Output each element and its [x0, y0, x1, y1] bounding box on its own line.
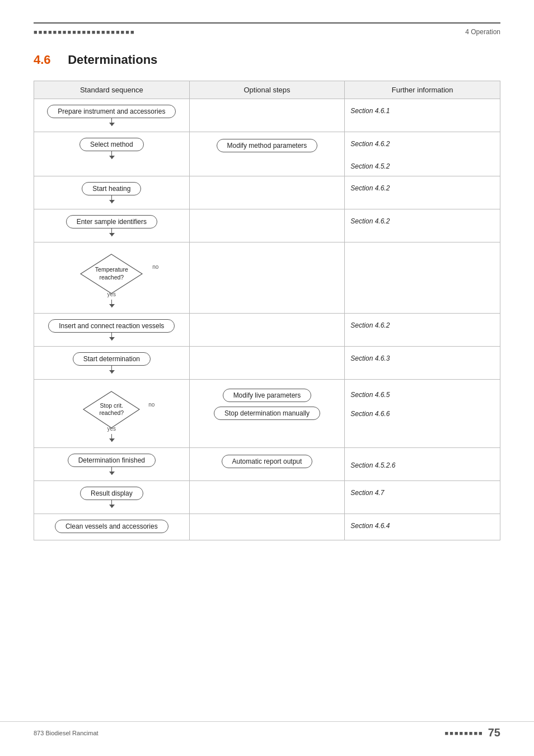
opt-cell-heating [189, 176, 345, 209]
opt-cell-result [189, 481, 345, 514]
info-cell-detfinished: Section 4.5.2.6 [345, 448, 500, 481]
opt-cell-clean [189, 514, 345, 540]
table-row: Enter sample identifiers Section 4.6.2 [34, 209, 500, 242]
std-cell-sample: Enter sample identifiers [34, 209, 190, 242]
std-cell-result: Result display [34, 481, 190, 514]
info-prepare: Section 4.6.1 [350, 105, 494, 115]
page: ■■■■■■■■■■■■■■■■■■■■■ 4 Operation 4.6 De… [0, 0, 534, 756]
flow-table: Standard sequence Optional steps Further… [34, 81, 500, 540]
info-modify-live: Section 4.6.5 [350, 389, 494, 399]
opt-cell-sample [189, 209, 345, 242]
no-label-temp: no [152, 264, 158, 270]
step-insert-vessels: Insert and connect reaction vessels [48, 319, 175, 333]
info-result: Section 4.7 [350, 487, 494, 497]
info-cell-result: Section 4.7 [345, 481, 500, 514]
table-row: Temperaturereached? no yes [34, 242, 500, 314]
footer-page: 75 [488, 726, 500, 739]
opt-cell-stopcrit: Modify live parameters Stop determinatio… [189, 380, 345, 448]
step-modify-live: Modify live parameters [223, 389, 312, 402]
table-row: Insert and connect reaction vessels Sect… [34, 314, 500, 347]
footer: 873 Biodiesel Rancimat ■■■■■■■■ 75 [0, 721, 534, 739]
title-text: Determinations [68, 53, 157, 67]
info-cell-startdet: Section 4.6.3 [345, 347, 500, 380]
yes-label-temp: yes [107, 291, 116, 297]
step-enter-sample: Enter sample identifiers [66, 215, 157, 228]
section-number: 4.6 [34, 53, 51, 67]
arrow-stopcrit [111, 434, 112, 442]
opt-cell-prepare [189, 99, 345, 132]
arrow-heating [111, 195, 112, 203]
no-label-stopcrit: no [148, 402, 154, 408]
info-insert: Section 4.6.2 [350, 319, 494, 329]
footer-right: ■■■■■■■■ 75 [445, 726, 500, 739]
arrow-detfinished [111, 467, 112, 475]
step-determination-finished: Determination finished [68, 454, 156, 467]
header-section: 4 Operation [465, 28, 500, 36]
arrow-temp [111, 300, 112, 307]
footer-product: 873 Biodiesel Rancimat [34, 730, 99, 736]
std-cell-insert: Insert and connect reaction vessels [34, 314, 190, 347]
col-header-info: Further information [345, 81, 500, 99]
std-cell-startdet: Start determination [34, 347, 190, 380]
info-cell-stopcrit: Section 4.6.5 Section 4.6.6 [345, 380, 500, 448]
info-select: Section 4.6.2 [350, 138, 494, 148]
opt-cell-modify-method: Modify method parameters [189, 132, 345, 176]
step-auto-report: Automatic report output [222, 455, 313, 468]
info-cell-clean: Section 4.6.4 [345, 514, 500, 540]
table-row: Determination finished Automatic report … [34, 448, 500, 481]
col-header-optional: Optional steps [189, 81, 345, 99]
table-row: Select method Modify method parameters S… [34, 132, 500, 176]
info-cell-prepare: Section 4.6.1 [345, 99, 500, 132]
table-row: Start heating Section 4.6.2 [34, 176, 500, 209]
arrow-insert [111, 333, 112, 340]
step-result-display: Result display [80, 487, 143, 500]
info-stop-manually: Section 4.6.6 [350, 408, 494, 418]
info-cell-sample: Section 4.6.2 [345, 209, 500, 242]
arrow-startdet [111, 366, 112, 374]
info-cell-select: Section 4.6.2 Section 4.5.2 [345, 132, 500, 176]
info-startdet: Section 4.6.3 [350, 352, 494, 362]
std-cell-temp: Temperaturereached? no yes [34, 242, 190, 314]
info-cell-insert: Section 4.6.2 [345, 314, 500, 347]
step-stop-manually: Stop determination manually [214, 407, 320, 420]
info-autoreport: Section 4.5.2.6 [350, 459, 494, 469]
footer-dots: ■■■■■■■■ [445, 730, 484, 736]
diamond-temp-label: Temperaturereached? [95, 266, 128, 281]
std-cell-heating: Start heating [34, 176, 190, 209]
arrow-result [111, 500, 112, 508]
header-bar: ■■■■■■■■■■■■■■■■■■■■■ 4 Operation [34, 22, 500, 36]
section-title: 4.6 Determinations [34, 53, 500, 67]
opt-cell-autoreport: Automatic report output [189, 448, 345, 481]
std-cell-stopcrit: Stop crit.reached? no yes [34, 380, 190, 448]
step-select-method: Select method [79, 138, 144, 151]
table-row: Result display Section 4.7 [34, 481, 500, 514]
std-cell-clean: Clean vessels and accessories [34, 514, 190, 540]
std-cell-prepare: Prepare instrument and accessories [34, 99, 190, 132]
step-prepare-instrument: Prepare instrument and accessories [47, 105, 176, 118]
yes-label-stopcrit: yes [107, 426, 116, 432]
table-row: Stop crit.reached? no yes Modify live pa… [34, 380, 500, 448]
step-clean-vessels: Clean vessels and accessories [55, 520, 168, 533]
diamond-stopcrit-label: Stop crit.reached? [99, 402, 124, 417]
col-header-standard: Standard sequence [34, 81, 190, 99]
arrow-prepare [111, 118, 112, 126]
info-clean: Section 4.6.4 [350, 520, 494, 530]
arrow-select [111, 151, 112, 159]
info-cell-temp [345, 242, 500, 314]
info-sample: Section 4.6.2 [350, 215, 494, 225]
info-heating: Section 4.6.2 [350, 182, 494, 192]
table-row: Start determination Section 4.6.3 [34, 347, 500, 380]
std-cell-select: Select method [34, 132, 190, 176]
info-modify-method: Section 4.5.2 [350, 160, 494, 170]
std-cell-detfinished: Determination finished [34, 448, 190, 481]
info-cell-heating: Section 4.6.2 [345, 176, 500, 209]
table-row: Prepare instrument and accessories Secti… [34, 99, 500, 132]
opt-cell-insert [189, 314, 345, 347]
arrow-sample [111, 228, 112, 236]
step-start-determination: Start determination [73, 352, 151, 366]
opt-cell-temp [189, 242, 345, 314]
step-start-heating: Start heating [82, 182, 141, 195]
table-row: Clean vessels and accessories Section 4.… [34, 514, 500, 540]
opt-cell-startdet [189, 347, 345, 380]
step-modify-method: Modify method parameters [217, 139, 318, 152]
